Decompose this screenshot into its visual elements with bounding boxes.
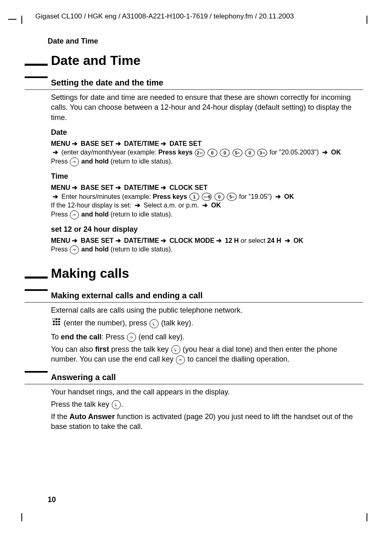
end-call-key-icon [127, 333, 136, 342]
dialpad-icon [52, 318, 61, 329]
svg-rect-8 [58, 321, 60, 323]
section-bar [25, 64, 48, 66]
key-9-icon: wxyz9 [202, 193, 212, 201]
crop-mark [367, 16, 367, 24]
date-menu-path: MENU➔ BASE SET➔ DATE/TIME➔ DATE SET ➔ (e… [51, 139, 363, 166]
external-calls-p2: (enter the number), press (talk key). [51, 318, 363, 329]
subsection-bar [25, 76, 48, 78]
key-2-icon: 2abc [195, 149, 205, 157]
svg-rect-6 [53, 321, 55, 323]
talk-key-icon [150, 319, 159, 328]
svg-point-12 [131, 338, 132, 339]
subsection-rule [25, 302, 363, 303]
subsection-bar [25, 289, 48, 291]
svg-rect-4 [55, 318, 58, 320]
answering-p2: Press the talk key . [51, 399, 363, 409]
section-bar [25, 277, 48, 279]
section-title-making-calls: Making calls [51, 266, 129, 281]
svg-point-0 [74, 162, 75, 163]
crop-mark [21, 513, 22, 521]
talk-key-icon [171, 345, 180, 354]
key-0-icon: 0 [208, 149, 217, 157]
header-path: Gigaset CL100 / HGK eng / A31008-A221-H1… [35, 12, 367, 21]
end-call-key-icon [176, 355, 185, 364]
external-calls-p1: External calls are calls using the publi… [51, 305, 363, 315]
running-head: Date and Time [48, 37, 367, 46]
heading-time: Time [51, 172, 363, 181]
svg-point-2 [74, 250, 75, 251]
svg-point-1 [74, 215, 75, 216]
section-title-date-time: Date and Time [51, 53, 141, 68]
subsection-title-answering: Answering a call [51, 373, 363, 382]
key-3-icon: 3def [257, 149, 267, 157]
key-0-icon: 0 [214, 193, 224, 201]
end-call-key-icon [70, 210, 79, 219]
page-number: 10 [48, 496, 56, 504]
svg-rect-3 [53, 318, 55, 320]
time-menu-path: MENU➔ BASE SET➔ DATE/TIME➔ CLOCK SET ➔ E… [51, 183, 363, 219]
subsection-rule [25, 384, 363, 385]
end-call-key-icon [70, 245, 79, 254]
crop-mark [367, 513, 367, 521]
subsection-title-external-calls: Making external calls and ending a call [51, 291, 363, 300]
key-1-icon: 1 [189, 193, 199, 201]
svg-rect-5 [58, 318, 60, 320]
crop-mark [21, 16, 22, 24]
intro-text: Settings for date and time are needed to… [51, 92, 363, 122]
svg-point-13 [180, 360, 181, 361]
crop-mark [8, 19, 16, 20]
key-0-icon: 0 [220, 149, 230, 157]
heading-clock-mode: set 12 or 24 hour display [51, 225, 363, 234]
key-5-icon: 5jkl [227, 193, 237, 201]
subsection-title-setting: Setting the date and the time [51, 78, 363, 88]
svg-rect-9 [53, 324, 55, 325]
subsection-bar [25, 371, 48, 373]
answering-p3: If the Auto Answer function is activated… [51, 412, 363, 432]
end-call-key-icon [70, 157, 79, 166]
mode-menu-path: MENU➔ BASE SET➔ DATE/TIME➔ CLOCK MODE➔ 1… [51, 236, 363, 254]
svg-rect-11 [58, 324, 60, 325]
answering-p1: Your handset rings, and the call appears… [51, 387, 363, 397]
heading-date: Date [51, 128, 363, 137]
key-0-icon: 0 [245, 149, 255, 157]
svg-rect-10 [55, 324, 58, 325]
svg-rect-7 [55, 321, 58, 323]
external-calls-p3: To end the call: Press (end call key). [51, 332, 363, 342]
subsection-rule [25, 89, 363, 90]
key-5-icon: 5jkl [233, 149, 242, 157]
talk-key-icon [112, 400, 121, 409]
external-calls-p4: You can also first press the talk key (y… [51, 344, 363, 364]
